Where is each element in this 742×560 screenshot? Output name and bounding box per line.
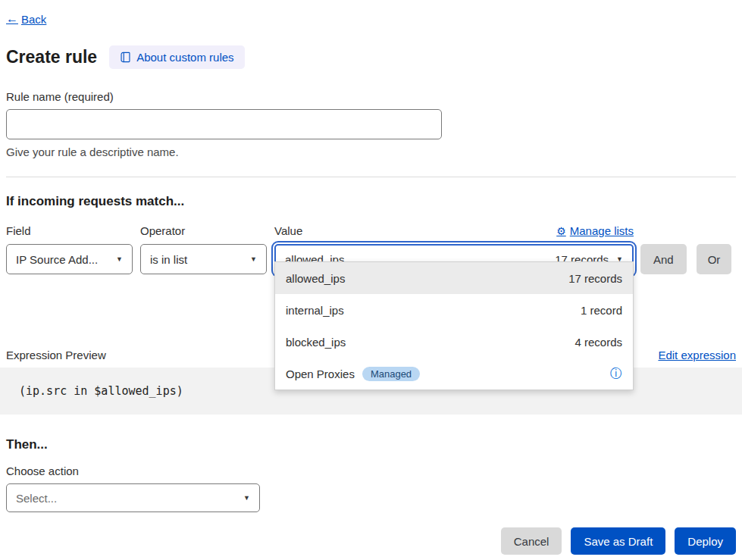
then-heading: Then... — [6, 437, 736, 452]
deploy-button[interactable]: Deploy — [675, 527, 736, 555]
page-title: Create rule — [6, 47, 97, 67]
choose-action-label: Choose action — [6, 465, 736, 477]
managed-badge: Managed — [362, 367, 420, 381]
action-select[interactable]: Select... ▼ — [6, 483, 260, 512]
expression-preview-label: Expression Preview — [6, 349, 106, 361]
action-select-placeholder: Select... — [16, 492, 57, 505]
chevron-down-icon: ▼ — [250, 255, 257, 263]
field-label: Field — [6, 224, 133, 237]
list-option-internal-ips[interactable]: internal_ips 1 record — [275, 294, 633, 326]
operator-label: Operator — [140, 224, 267, 237]
and-button[interactable]: And — [640, 244, 687, 274]
about-custom-rules-link[interactable]: About custom rules — [109, 45, 244, 69]
field-select[interactable]: IP Source Add... ▼ — [6, 244, 133, 274]
list-option-name: allowed_ips — [286, 272, 345, 285]
chevron-down-icon: ▼ — [243, 494, 250, 502]
save-as-draft-button[interactable]: Save as Draft — [571, 527, 665, 555]
cancel-button[interactable]: Cancel — [501, 527, 562, 555]
list-option-open-proxies[interactable]: Open Proxies Managed ⓘ — [275, 358, 633, 389]
match-heading: If incoming requests match... — [6, 194, 736, 209]
back-arrow-icon: ← — [6, 12, 18, 26]
edit-expression-link[interactable]: Edit expression — [658, 349, 736, 361]
list-option-records: 4 records — [575, 336, 622, 349]
list-option-name: Open Proxies — [286, 368, 355, 380]
info-icon[interactable]: ⓘ — [610, 366, 622, 382]
rule-name-help: Give your rule a descriptive name. — [6, 145, 736, 158]
manage-lists-label: Manage lists — [570, 224, 634, 237]
rule-name-label: Rule name (required) — [6, 90, 736, 103]
footer-actions: Cancel Save as Draft Deploy — [6, 527, 736, 555]
list-option-name: internal_ips — [286, 304, 344, 317]
section-divider — [6, 177, 736, 177]
match-condition-row: Field IP Source Add... ▼ Operator is in … — [6, 224, 736, 274]
list-option-blocked-ips[interactable]: blocked_ips 4 records — [275, 326, 633, 358]
operator-select-value: is in list — [150, 253, 187, 266]
operator-select[interactable]: is in list ▼ — [140, 244, 267, 274]
or-button[interactable]: Or — [697, 244, 732, 274]
list-option-name: blocked_ips — [286, 336, 346, 349]
value-dropdown-menu: allowed_ips 17 records internal_ips 1 re… — [274, 261, 634, 390]
field-select-value: IP Source Add... — [16, 253, 98, 266]
book-icon — [120, 52, 131, 63]
rule-name-input[interactable] — [6, 109, 442, 139]
value-label: Value — [274, 224, 302, 237]
back-link[interactable]: ←Back — [6, 12, 46, 26]
list-option-records: 1 record — [581, 304, 622, 317]
chevron-down-icon: ▼ — [116, 255, 123, 263]
list-option-records: 17 records — [568, 272, 622, 285]
about-custom-rules-label: About custom rules — [136, 51, 233, 64]
create-rule-page: ←Back Create rule About custom rules Rul… — [0, 0, 742, 555]
manage-lists-link[interactable]: ⚙Manage lists — [556, 224, 634, 237]
gear-icon: ⚙ — [556, 225, 566, 237]
back-label: Back — [21, 13, 46, 26]
list-option-allowed-ips[interactable]: allowed_ips 17 records — [275, 262, 633, 294]
